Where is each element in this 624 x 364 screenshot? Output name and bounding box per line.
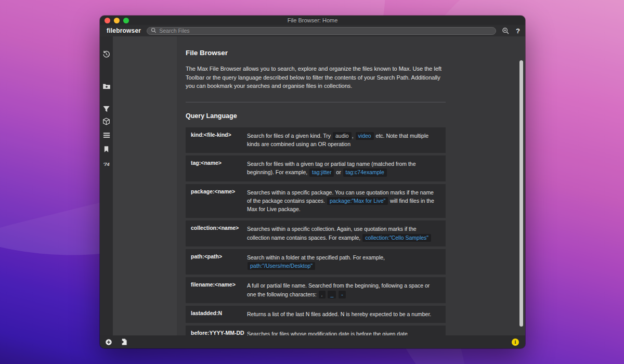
toolbar: filebrowser ?: [100, 25, 525, 36]
cycling74-label: '74: [103, 162, 109, 167]
main-area: '74 File Browser The Max File Browser al…: [100, 36, 525, 335]
query-key: kind:<file-kind>: [186, 132, 247, 149]
add-icon[interactable]: [105, 339, 112, 346]
minimize-button[interactable]: [114, 18, 120, 23]
status-bar: i: [100, 335, 525, 348]
section-divider: [186, 102, 446, 102]
query-description: Searches within a specific package. You …: [247, 188, 446, 214]
code-chip: tag:jitter: [309, 168, 334, 176]
package-icon[interactable]: [102, 117, 111, 125]
table-row: kind:<file-kind>Search for files of a gi…: [186, 127, 446, 153]
code-chip: path:"/Users/me/Desktop": [248, 262, 315, 270]
section-title: Query Language: [186, 112, 446, 120]
info-icon[interactable]: i: [512, 339, 519, 346]
window-title: File Browser: Home: [288, 17, 338, 23]
zoom-button[interactable]: [123, 18, 129, 23]
query-description: Searches for files whose modification da…: [247, 330, 446, 335]
bookmark-icon[interactable]: [102, 145, 111, 153]
table-row: package:<name>Searches within a specific…: [186, 184, 446, 218]
folder-add-icon[interactable]: [102, 82, 111, 90]
code-chip: tag:c74example: [343, 168, 387, 176]
table-row: tag:<name>Search for files with a given …: [186, 155, 446, 181]
cycling74-icon[interactable]: '74: [102, 160, 111, 168]
zoom-in-icon[interactable]: [502, 27, 510, 35]
code-chip: package:"Max for Live": [327, 197, 388, 205]
query-key: collection:<name>: [186, 225, 247, 242]
intro-paragraph: The Max File Browser allows you to searc…: [186, 64, 446, 90]
query-key: filename:<name>: [186, 281, 247, 298]
page-title: File Browser: [186, 49, 446, 57]
table-row: lastadded:NReturns a list of the last N …: [186, 306, 446, 323]
traffic-lights: [105, 18, 129, 23]
code-chip: _: [328, 291, 336, 298]
search-icon: [151, 26, 157, 35]
query-description: Returns a list of the last N files added…: [247, 310, 446, 318]
query-description: Search within a folder at the specified …: [247, 253, 446, 270]
code-chip: .: [319, 291, 326, 298]
vertical-scrollbar[interactable]: [519, 60, 523, 327]
query-description: A full or partial file name. Searched fr…: [247, 281, 446, 298]
filebrowser-window: File Browser: Home filebrowser ?: [100, 16, 525, 348]
filter-icon[interactable]: [102, 105, 111, 113]
code-chip: collection:"Cello Samples": [362, 234, 431, 242]
query-key: before:YYYY-MM-DD: [186, 330, 247, 335]
app-label: filebrowser: [107, 27, 141, 34]
query-key: tag:<name>: [186, 160, 247, 177]
search-box[interactable]: [147, 27, 496, 35]
titlebar[interactable]: File Browser: Home: [100, 16, 525, 25]
table-row: collection:<name>Searches within a speci…: [186, 220, 446, 246]
sidebar-toolbar: '74: [100, 36, 113, 335]
table-row: before:YYYY-MM-DDSearches for files whos…: [186, 326, 446, 335]
help-button[interactable]: ?: [516, 27, 520, 35]
history-icon[interactable]: [102, 50, 111, 58]
code-chip: -: [339, 291, 346, 298]
list-icon[interactable]: [102, 131, 111, 139]
query-description: Search for files with a given tag or par…: [247, 160, 446, 177]
import-file-icon[interactable]: [120, 338, 127, 346]
table-row: path:<path>Search within a folder at the…: [186, 249, 446, 275]
query-table: kind:<file-kind>Search for files of a gi…: [186, 127, 446, 336]
query-key: path:<path>: [186, 253, 247, 270]
query-description: Search for files of a given kind. Try au…: [247, 132, 446, 149]
close-button[interactable]: [105, 18, 110, 23]
code-chip: audio: [333, 132, 352, 140]
search-input[interactable]: [159, 28, 492, 34]
help-content-panel: File Browser The Max File Browser allows…: [177, 36, 525, 335]
query-description: Searches within a specific collection. A…: [247, 225, 446, 242]
code-chip: video: [356, 132, 374, 140]
table-row: filename:<name>A full or partial file na…: [186, 277, 446, 303]
query-key: lastadded:N: [186, 310, 247, 318]
query-key: package:<name>: [186, 188, 247, 214]
file-list-panel[interactable]: [113, 36, 177, 335]
